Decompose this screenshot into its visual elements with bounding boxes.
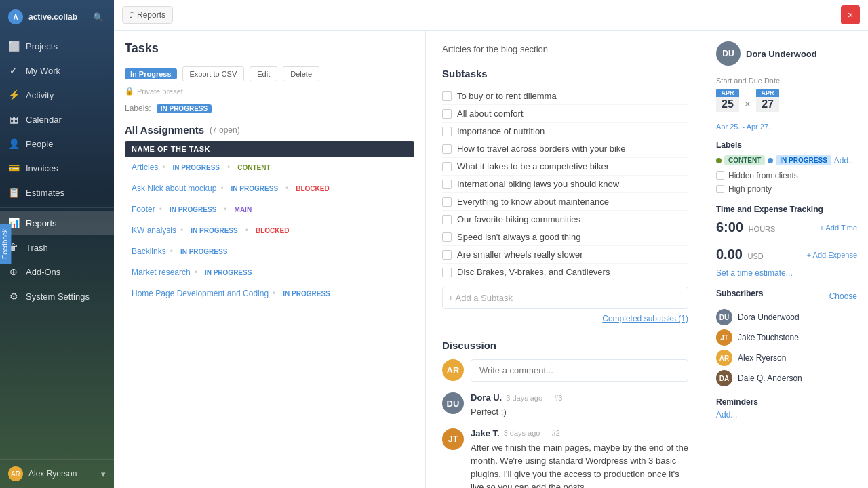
date-label: Start and Due Date [716,77,857,85]
app-name: active.collab [28,12,77,22]
task-link[interactable]: Footer [132,205,155,214]
close-button[interactable]: × [841,5,860,24]
add-time-button[interactable]: + Add Time [820,224,857,232]
label-in-progress: IN PROGRESS [776,155,831,165]
subtask-text: Speed isn't always a good thing [457,232,580,242]
date-range[interactable]: Apr 25. - Apr 27. [716,123,857,131]
comment-input-row: AR [442,359,688,382]
expense-value: 0.00 [716,247,743,262]
task-link[interactable]: KW analysis [132,226,176,235]
task-link[interactable]: Home Page Development and Coding [132,289,269,298]
subtask-checkbox[interactable] [442,268,452,277]
subtask-item: All about comfort [442,105,688,123]
sidebar-item-estimates[interactable]: 📋 Estimates [0,180,114,205]
invoices-icon: 💳 [8,163,19,174]
add-subtask-row[interactable]: + Add a Subtask [442,287,688,309]
subtask-text: Disc Brakes, V-brakes, and Cantilevers [457,267,610,277]
subtask-checkbox[interactable] [442,215,452,224]
sidebar-item-add-ons[interactable]: ⊕ Add-Ons [0,260,114,284]
subscriber-row: DU Dora Underwood [716,309,857,325]
labels-row: Labels: IN PROGRESS [125,104,414,113]
sidebar-item-label: My Work [26,66,60,76]
sidebar-footer: AR Alex Ryerson ▾ [0,459,114,488]
labels-section: Labels CONTENT IN PROGRESS Add... Hidden… [716,140,857,194]
sidebar-item-label: People [26,139,53,149]
user-menu-icon[interactable]: ▾ [101,469,106,479]
sidebar-item-label: Invoices [26,163,58,174]
sidebar-item-calendar[interactable]: ▦ Calendar [0,107,114,131]
sidebar-divider [0,207,114,208]
add-expense-button[interactable]: + Add Expense [807,251,857,259]
add-reminder-link[interactable]: Add... [716,410,737,420]
sidebar-item-my-work[interactable]: ✓ My Work [0,58,114,83]
tracking-title: Time and Expense Tracking [716,205,857,214]
completed-subtasks-link[interactable]: Completed subtasks (1) [602,314,688,323]
edit-button[interactable]: Edit [250,66,277,81]
subscriber-avatar: AR [716,350,732,366]
sidebar-item-system-settings[interactable]: ⚙ System Settings [0,284,114,308]
label-options: Hidden from clients High priority [716,171,857,194]
subscriber-name: Jake Touchstone [738,333,799,342]
subtask-checkbox[interactable] [442,232,452,242]
sidebar-item-invoices[interactable]: 💳 Invoices [0,156,114,180]
comment-meta: 3 days ago — #2 [504,429,560,437]
task-link[interactable]: Articles [132,163,158,172]
expense-unit: USD [748,252,764,260]
expense-row: 0.00 USD + Add Expense [716,247,857,262]
table-row: Market research • IN PROGRESS [125,262,414,283]
subtasks-list: To buy or to rent dilemma All about comf… [442,87,688,281]
subtask-checkbox[interactable] [442,250,452,260]
people-icon: 👤 [8,138,19,149]
subtask-checkbox[interactable] [442,109,452,119]
subtask-checkbox[interactable] [442,92,452,101]
date-separator: × [745,90,751,110]
choose-subscribers-link[interactable]: Choose [829,291,857,301]
comment-author: Dora U. [471,392,502,403]
in-progress-bar: In Progress Export to CSV Edit Delete [125,66,414,81]
table-row: Ask Nick about mockup • IN PROGRESS • BL… [125,178,414,199]
start-month: APR [716,89,739,97]
set-estimate-link[interactable]: Set a time estimate... [716,268,793,278]
subtask-checkbox[interactable] [442,162,452,171]
high-priority-checkbox[interactable] [716,185,724,193]
subtask-checkbox[interactable] [442,197,452,207]
task-link[interactable]: Ask Nick about mockup [132,184,216,193]
subtask-item: Our favorite biking communities [442,211,688,228]
task-link[interactable]: Backlinks [132,247,166,256]
sidebar-item-label: Calendar [26,115,62,125]
subscriber-avatar: DU [716,309,732,325]
reports-button[interactable]: ⤴ Reports [122,6,173,24]
subtask-checkbox[interactable] [442,180,452,189]
sidebar-item-reports[interactable]: 📊 Reports [0,211,114,235]
subtask-item: Everything to know about maintenance [442,193,688,211]
subtask-text: To buy or to rent dilemma [457,91,557,101]
assignee-name: Dora Underwood [746,49,817,59]
hidden-from-clients-checkbox[interactable] [716,171,724,180]
sidebar-item-people[interactable]: 👤 People [0,131,114,156]
sidebar-item-activity[interactable]: ⚡ Activity [0,83,114,107]
sidebar-item-label: System Settings [26,291,90,302]
left-panel: Tasks In Progress Export to CSV Edit Del… [114,30,426,488]
feedback-tab[interactable]: Feedback [0,224,11,264]
subscriber-row: DA Dale Q. Anderson [716,370,857,386]
sidebar-item-label: Estimates [26,188,64,198]
user-avatar: AR [8,466,23,481]
add-label-link[interactable]: Add... [834,156,855,165]
estimates-icon: 📋 [8,187,19,198]
subtask-checkbox[interactable] [442,127,452,136]
comment-header: Dora U. 3 days ago — #3 [471,392,688,403]
sidebar-item-label: Activity [26,90,54,100]
topbar: ⤴ Reports × [114,0,868,30]
date-chips: APR 25 × APR 27 [716,89,857,112]
labels-section-title: Labels [716,140,857,150]
sidebar-item-trash[interactable]: 🗑 Trash [0,235,114,260]
export-csv-button[interactable]: Export to CSV [182,66,245,81]
task-link[interactable]: Market research [132,268,191,277]
subtask-text: Our favorite biking communities [457,214,580,224]
delete-button[interactable]: Delete [283,66,319,81]
sidebar-item-projects[interactable]: ⬜ Projects [0,34,114,58]
search-icon[interactable]: 🔍 [91,9,106,24]
comment-input[interactable] [471,359,688,382]
subtask-checkbox[interactable] [442,144,452,154]
lock-icon: 🔒 [125,87,134,96]
